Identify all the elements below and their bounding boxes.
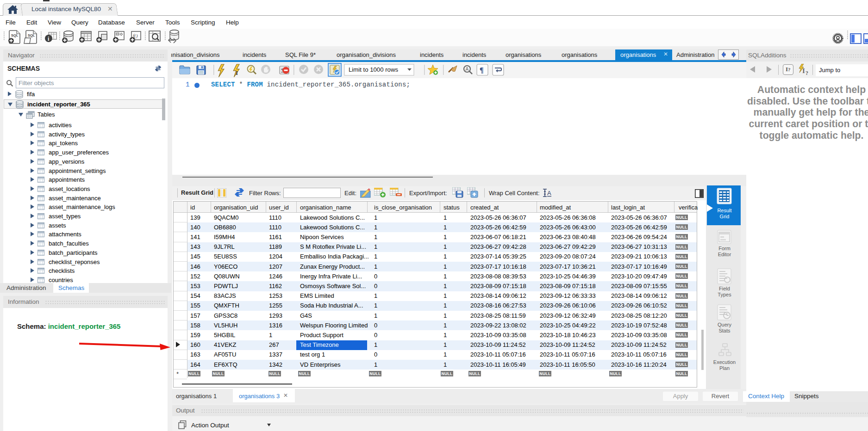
svg-text:¶: ¶ — [480, 66, 484, 74]
svg-text:?: ? — [806, 70, 808, 76]
svg-text:A: A — [466, 67, 469, 72]
svg-text:I: I — [236, 69, 238, 76]
svg-text:I: I — [802, 67, 805, 74]
svg-text:A: A — [547, 190, 551, 197]
svg-text:Limit to 1000 rows: Limit to 1000 rows — [349, 66, 398, 73]
